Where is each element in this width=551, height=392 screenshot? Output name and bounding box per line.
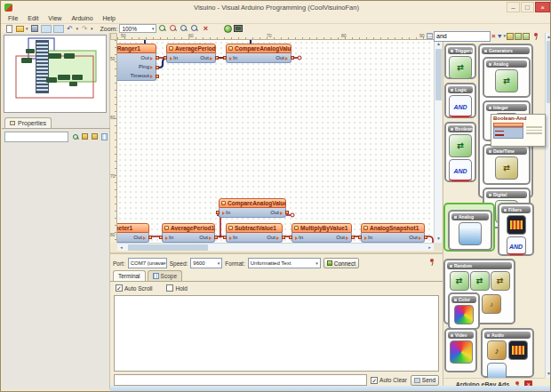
maximize-button[interactable]: □ [521, 2, 534, 12]
terminal-pin-icon[interactable] [427, 258, 435, 266]
pin-out[interactable]: Out [267, 235, 279, 240]
palette-group-selected[interactable]: Analog [443, 203, 495, 252]
palette-subgroup-color[interactable]: Color [448, 292, 480, 330]
pin-out[interactable]: Out [276, 55, 288, 60]
pin-connector[interactable] [358, 236, 362, 239]
palette-pin-icon[interactable] [531, 32, 539, 40]
redo-button[interactable]: ↷ [80, 25, 89, 33]
disabled-tool-button-1[interactable] [41, 25, 52, 33]
pin-in[interactable]: In [229, 55, 237, 60]
menu-arduino[interactable]: Arduino [67, 14, 97, 22]
random-analog-icon[interactable]: ⇄ [495, 69, 518, 92]
block-subtract-value1[interactable]: SubtractValue1 InOut [226, 223, 283, 243]
pin-connector[interactable] [282, 236, 285, 239]
group-header[interactable]: Random [447, 262, 512, 269]
pin-in[interactable]: In [364, 235, 372, 240]
close-button[interactable]: × [535, 2, 550, 12]
port-combobox[interactable]: COM7 (unava▾ [128, 258, 167, 268]
subgroup-header[interactable]: Analog [486, 60, 527, 68]
properties-filter-icon[interactable] [71, 132, 79, 140]
pin-connector[interactable] [291, 56, 294, 60]
format-combobox[interactable]: Unformatted Text▾ [248, 258, 321, 268]
group-header[interactable]: Boolean [448, 125, 473, 132]
filter-caret-icon[interactable]: ▾ [504, 32, 507, 40]
group-header[interactable]: Triggers [448, 47, 473, 54]
undo-dropdown-caret[interactable]: ▾ [76, 25, 79, 33]
speed-combobox[interactable]: 9600▾ [190, 258, 222, 268]
pin-out[interactable]: Out [200, 55, 212, 60]
pin-connector[interactable] [214, 236, 218, 239]
categories-icon[interactable] [523, 33, 530, 40]
zoom-out-button[interactable] [169, 25, 178, 33]
view-mode-icon[interactable] [427, 33, 433, 39]
hold-checkbox[interactable] [166, 284, 173, 292]
pin-in[interactable]: In [170, 55, 178, 60]
canvas-vertical-scrollbar[interactable]: ▲ ▼ [434, 40, 442, 243]
new-project-button[interactable] [4, 25, 13, 33]
pin-connector[interactable] [156, 75, 159, 78]
component-search-input[interactable] [434, 31, 491, 42]
block-compare-analog-value1[interactable]: CompareAnalogValue1 InOut [219, 198, 286, 218]
project-overview-minimap[interactable] [4, 35, 107, 113]
block-ultrasonic-ranger1[interactable]: UltrasonicRanger1 EchoOut Ping Timeout [117, 44, 156, 81]
video-component-icon[interactable] [450, 340, 473, 364]
analog-snapshot-icon[interactable] [459, 222, 482, 245]
group-header[interactable]: Logic [448, 86, 473, 93]
palette-group-boolean[interactable]: Boolean ⇄ AND [444, 122, 476, 182]
pin-connector[interactable] [223, 56, 227, 60]
auto-scroll-checkbox[interactable]: ✓ [116, 284, 123, 292]
block-analog-snapshot1[interactable]: AnalogSnapshot1 InOut [361, 223, 425, 243]
open-dropdown-caret[interactable]: ▾ [26, 25, 28, 33]
clear-search-icon[interactable]: × [491, 31, 496, 42]
pin-in[interactable]: In [222, 210, 230, 215]
palette-group-random[interactable]: Random ⇄ ⇄ ⇄ Color ♪ [443, 259, 515, 324]
block-multiply-by-value1[interactable]: MultiplyByValue1 InOut [291, 223, 352, 243]
collapse-folder-icon[interactable] [92, 133, 98, 140]
random-gold-icon[interactable]: ♪ [482, 294, 501, 314]
terminal-output-area[interactable] [114, 295, 439, 372]
pin-connector[interactable] [215, 56, 219, 60]
pin-in[interactable]: In [295, 235, 303, 240]
scroll-thumb[interactable] [128, 244, 208, 251]
trigger-component-icon[interactable]: ⇄ [449, 56, 472, 79]
board-button[interactable] [234, 25, 243, 33]
scroll-down-icon[interactable]: ▼ [435, 235, 443, 243]
auto-clear-checkbox[interactable]: ✓ [371, 377, 378, 384]
boolean-and-icon[interactable]: AND [449, 159, 472, 182]
save-project-button[interactable] [30, 25, 39, 33]
open-project-button[interactable] [15, 25, 24, 33]
block-compare-analog-value2[interactable]: CompareAnalogValue2 InOut [226, 44, 291, 63]
auto-clear-option[interactable]: ✓Auto Clear [371, 377, 407, 384]
send-button[interactable]: Send [411, 375, 439, 386]
terminal-send-input[interactable] [114, 374, 367, 386]
scroll-thumb[interactable] [547, 41, 551, 103]
expand-folder-icon[interactable] [82, 133, 88, 140]
random-datetime-icon[interactable]: ⇄ [495, 156, 518, 180]
subgroup-header[interactable]: Color [451, 296, 476, 303]
tab-properties[interactable]: Properties [4, 117, 52, 128]
pin-out[interactable]: Out [199, 235, 212, 240]
pin-connector[interactable] [148, 236, 152, 239]
speaker-icon[interactable]: ♪ [487, 340, 507, 360]
tab-terminal[interactable]: Terminal [113, 270, 146, 281]
random-icon[interactable]: ⇄ [470, 271, 490, 291]
menu-edit[interactable]: Edit [23, 14, 43, 22]
pin-connector[interactable] [223, 236, 227, 239]
menu-view[interactable]: View [44, 14, 66, 22]
and-gate-icon[interactable]: AND [449, 95, 472, 118]
block-thermometer1[interactable]: Thermometer1 InOut [117, 223, 149, 243]
pin-out[interactable]: Out [270, 210, 283, 215]
properties-search-input[interactable] [4, 132, 68, 142]
expand-all-icon[interactable] [507, 33, 514, 40]
pin-connector[interactable] [164, 56, 167, 60]
subgroup-header[interactable]: Analog [451, 213, 489, 220]
subgroup-header[interactable]: Integer [486, 104, 527, 111]
auto-scroll-option[interactable]: ✓Auto Scroll [116, 284, 152, 292]
pin-connector[interactable] [156, 56, 159, 60]
palette-scrollbar[interactable]: ▲ ▼ [545, 33, 551, 378]
palette-subgroup-analog[interactable]: Analog ⇄ [483, 57, 531, 98]
group-header[interactable]: Audio [484, 332, 531, 339]
palette-subgroup-snapshot[interactable]: Analog [448, 210, 492, 251]
design-canvas[interactable]: UltrasonicRanger1 EchoOut Ping Timeout A… [117, 40, 434, 243]
band-filter-icon[interactable] [507, 215, 526, 235]
